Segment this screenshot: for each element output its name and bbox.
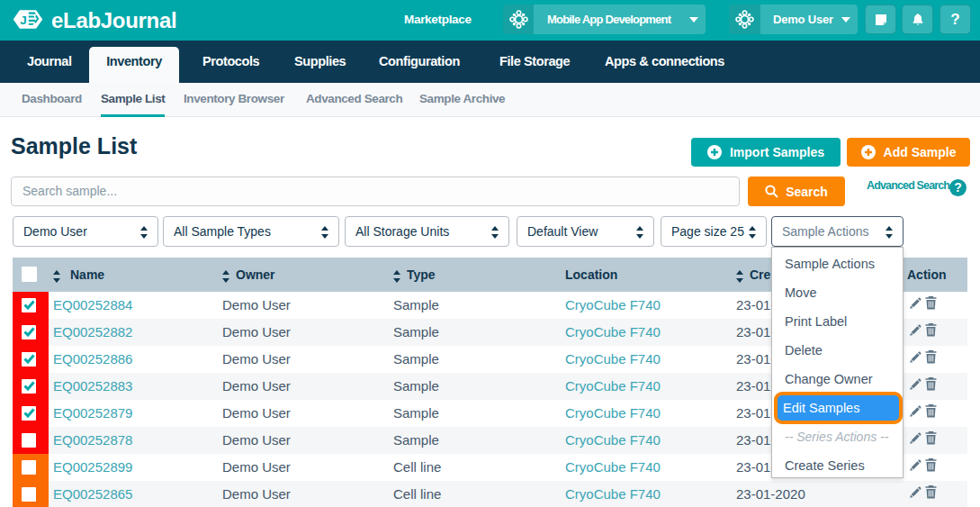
svg-text:J: J [20, 14, 26, 27]
